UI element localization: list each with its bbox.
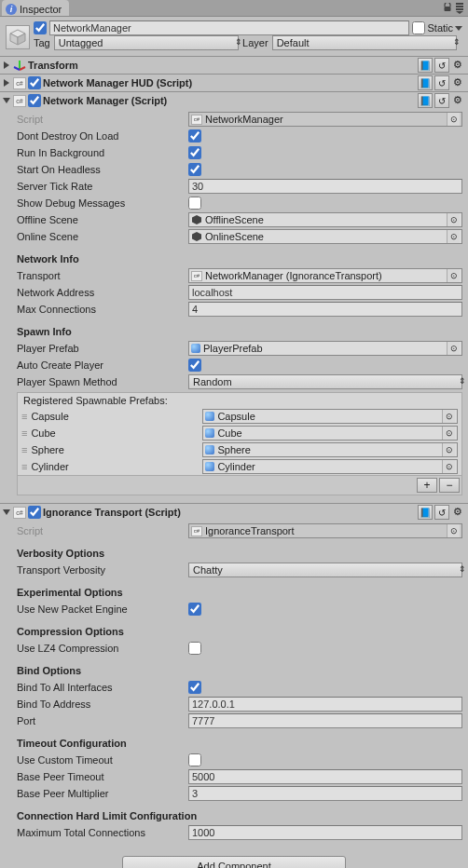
layer-label: Layer: [242, 37, 268, 48]
bind-all-checkbox[interactable]: [188, 681, 201, 694]
auto-create-label: Auto Create Player: [17, 359, 185, 371]
offline-scene-field[interactable]: OfflineScene ⊙: [188, 212, 462, 227]
dont-destroy-checkbox[interactable]: [188, 129, 201, 142]
component-menu[interactable]: ⚙: [451, 505, 464, 518]
prefab-field[interactable]: Capsule⊙: [202, 409, 458, 424]
drag-handle-icon[interactable]: ≡: [21, 461, 27, 472]
packet-engine-checkbox[interactable]: [188, 603, 201, 616]
inspector-tab[interactable]: i Inspector: [2, 0, 69, 16]
svg-marker-4: [456, 11, 463, 14]
compression-section: Compression Options: [17, 623, 462, 640]
component-menu[interactable]: ⚙: [451, 93, 464, 106]
online-scene-field[interactable]: OnlineScene ⊙: [188, 229, 462, 244]
network-manager-hud-component: c# Network Manager HUD (Script) 📘 ↺ ⚙: [0, 74, 468, 91]
lz4-checkbox[interactable]: [188, 642, 201, 655]
offline-scene-label: Offline Scene: [17, 214, 185, 225]
reset-button[interactable]: ↺: [434, 93, 449, 108]
run-bg-checkbox[interactable]: [188, 146, 201, 159]
netmgr-foldout[interactable]: [2, 96, 11, 105]
custom-timeout-checkbox[interactable]: [188, 753, 201, 766]
script-icon: c#: [191, 115, 202, 125]
net-addr-field[interactable]: localhost: [188, 285, 462, 300]
max-total-field[interactable]: 1000: [188, 825, 462, 840]
component-menu[interactable]: ⚙: [451, 58, 464, 71]
hud-title: Network Manager HUD (Script): [43, 77, 416, 88]
drag-handle-icon[interactable]: ≡: [21, 427, 27, 439]
player-prefab-field[interactable]: PlayerPrefab ⊙: [188, 341, 462, 356]
list-item[interactable]: ≡ Cube Cube⊙: [18, 425, 461, 441]
reset-button[interactable]: ↺: [434, 58, 449, 73]
object-picker[interactable]: ⊙: [447, 113, 460, 126]
auto-create-checkbox[interactable]: [188, 359, 201, 372]
tick-rate-label: Server Tick Rate: [17, 181, 185, 192]
help-button[interactable]: 📘: [418, 93, 433, 108]
object-picker[interactable]: ⊙: [447, 213, 460, 226]
ignorance-foldout[interactable]: [2, 508, 11, 517]
object-picker[interactable]: ⊙: [442, 427, 455, 440]
ignorance-transport-component: c# Ignorance Transport (Script) 📘 ↺ ⚙ Sc…: [0, 503, 468, 847]
svg-marker-8: [455, 26, 462, 31]
lock-icon[interactable]: [443, 3, 452, 12]
prefab-field[interactable]: Sphere⊙: [202, 442, 458, 457]
list-item[interactable]: ≡ Cylinder Cylinder⊙: [18, 458, 461, 475]
svg-rect-0: [445, 7, 451, 11]
hud-enabled-checkbox[interactable]: [28, 76, 41, 89]
verbosity-dropdown[interactable]: Chatty: [188, 563, 462, 577]
layer-dropdown[interactable]: Default: [272, 35, 457, 50]
gameobject-enabled-checkbox[interactable]: [34, 21, 47, 34]
ignorance-enabled-checkbox[interactable]: [28, 506, 41, 519]
drag-handle-icon[interactable]: ≡: [21, 444, 27, 455]
transport-field[interactable]: c# NetworkManager (IgnoranceTransport) ⊙: [188, 268, 462, 283]
object-picker[interactable]: ⊙: [442, 410, 455, 423]
help-button[interactable]: 📘: [418, 58, 433, 73]
port-field[interactable]: 7777: [188, 713, 462, 728]
registered-prefabs-list: Registered Spawnable Prefabs: ≡ Capsule …: [17, 392, 462, 495]
prefab-icon: [205, 462, 214, 471]
hud-foldout[interactable]: [2, 78, 11, 88]
network-info-title: Network Info: [17, 251, 462, 267]
reset-button[interactable]: ↺: [434, 505, 449, 520]
hard-limit-section: Connection Hard Limit Configuration: [17, 807, 462, 824]
help-button[interactable]: 📘: [418, 75, 433, 90]
run-bg-label: Run In Background: [17, 147, 185, 158]
player-prefab-label: Player Prefab: [17, 343, 185, 354]
tag-dropdown[interactable]: Untagged: [54, 35, 239, 50]
gameobject-header: NetworkManager Static Tag Untagged Layer…: [0, 17, 468, 56]
object-picker[interactable]: ⊙: [447, 524, 460, 537]
static-dropdown[interactable]: [455, 24, 462, 32]
spawn-method-dropdown[interactable]: Random: [188, 374, 462, 389]
prefab-field[interactable]: Cube⊙: [202, 426, 458, 441]
object-picker[interactable]: ⊙: [442, 460, 455, 473]
drag-handle-icon[interactable]: ≡: [21, 411, 27, 422]
gameobject-icon[interactable]: [6, 25, 30, 49]
transform-foldout[interactable]: [2, 61, 11, 70]
object-picker[interactable]: ⊙: [442, 443, 455, 456]
help-button[interactable]: 📘: [418, 505, 433, 520]
add-component-button[interactable]: Add Component: [122, 856, 346, 868]
gameobject-name-field[interactable]: NetworkManager: [49, 20, 409, 35]
transform-component: Transform 📘 ↺ ⚙: [0, 56, 468, 74]
multiplier-field[interactable]: 3: [188, 786, 462, 801]
list-remove-button[interactable]: −: [439, 478, 460, 493]
static-checkbox[interactable]: [412, 21, 425, 34]
list-item[interactable]: ≡ Capsule Capsule⊙: [18, 408, 461, 425]
object-picker[interactable]: ⊙: [447, 269, 460, 282]
prefab-field[interactable]: Cylinder⊙: [202, 459, 458, 474]
object-picker[interactable]: ⊙: [447, 230, 460, 243]
inspector-menu-dropdown[interactable]: [455, 1, 464, 14]
base-timeout-field[interactable]: 5000: [188, 769, 462, 784]
max-conn-field[interactable]: 4: [188, 302, 462, 317]
list-item[interactable]: ≡ Sphere Sphere⊙: [18, 441, 461, 458]
bind-section: Bind Options: [17, 662, 462, 679]
object-picker[interactable]: ⊙: [447, 342, 460, 355]
reset-button[interactable]: ↺: [434, 75, 449, 90]
list-add-button[interactable]: +: [417, 478, 437, 493]
verbosity-section: Verbosity Options: [17, 545, 462, 562]
info-icon: i: [6, 4, 17, 15]
bind-addr-field[interactable]: 127.0.0.1: [188, 697, 462, 712]
debug-msg-checkbox[interactable]: [188, 197, 201, 210]
tick-rate-field[interactable]: 30: [188, 179, 462, 194]
netmgr-enabled-checkbox[interactable]: [28, 94, 41, 107]
component-menu[interactable]: ⚙: [451, 75, 464, 88]
start-headless-checkbox[interactable]: [188, 163, 201, 176]
